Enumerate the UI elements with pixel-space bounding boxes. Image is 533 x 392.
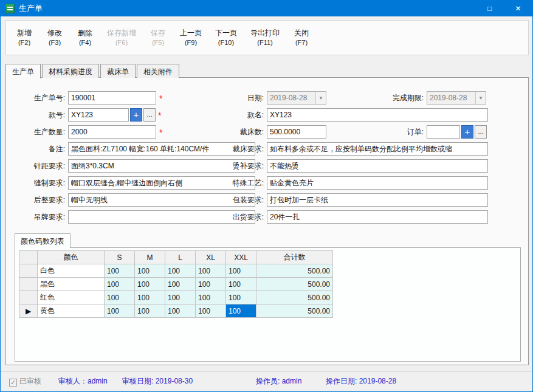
date-label: 日期: xyxy=(207,91,264,105)
operate-date-label: 操作日期: xyxy=(326,377,357,385)
style-no-lookup-button[interactable]: ... xyxy=(143,108,156,122)
tab-cutting-sheet[interactable]: 裁床单 xyxy=(100,64,136,78)
footer-divider xyxy=(1,371,532,372)
order-no-label: 生产单号: xyxy=(7,91,65,105)
cell-l[interactable]: 100 xyxy=(165,264,196,278)
cell-color[interactable]: 白色 xyxy=(38,264,105,278)
tab-attachments[interactable]: 相关附件 xyxy=(137,64,179,78)
cell-s[interactable]: 100 xyxy=(105,304,135,318)
special-craft-label: 特殊工艺: xyxy=(207,176,264,190)
toolbar: 新增 (F2) 修改 (F3) 删除 (F4) 保存新增 (F6) 保存 (F5… xyxy=(5,20,529,55)
column-header-s[interactable]: S xyxy=(105,251,135,264)
row-arrow-icon: ▶ xyxy=(26,307,31,315)
cell-color[interactable]: 红色 xyxy=(38,291,105,304)
cell-color[interactable]: 黄色 xyxy=(38,304,105,318)
cell-xxl[interactable]: 100 xyxy=(226,291,256,304)
toolbar-button-add[interactable]: 新增 (F2) xyxy=(12,26,36,50)
selected-cell-xxl[interactable]: 100 xyxy=(226,304,256,318)
table-row: 黑色 100 100 100 100 100 500.00 xyxy=(19,278,333,291)
tab-production-order[interactable]: 生产单 xyxy=(5,64,41,78)
cell-xl[interactable]: 100 xyxy=(196,264,226,278)
production-order-panel: 生产单号: * 日期: 2019-08-28 ▾ 完成期限: 2019-08-2… xyxy=(5,77,529,365)
style-name-label: 款名: xyxy=(207,108,264,122)
toolbar-button-prev-page[interactable]: 上一页 (F9) xyxy=(176,26,205,50)
cell-m[interactable]: 100 xyxy=(135,304,165,318)
toolbar-button-close[interactable]: 关闭 (F7) xyxy=(289,26,314,50)
order-lookup-button[interactable]: ... xyxy=(475,125,487,139)
iron-req-input[interactable] xyxy=(267,159,488,173)
column-header-total[interactable]: 合计数 xyxy=(256,251,333,264)
maximize-button[interactable]: □ xyxy=(475,1,504,16)
column-header-l[interactable]: L xyxy=(165,251,196,264)
cell-total[interactable]: 500.00 xyxy=(256,278,333,291)
column-header-xl[interactable]: XL xyxy=(196,251,226,264)
cell-xl[interactable]: 100 xyxy=(196,278,226,291)
cell-color[interactable]: 黑色 xyxy=(38,278,105,291)
app-icon xyxy=(5,4,15,13)
current-row-indicator[interactable]: ▶ xyxy=(19,304,38,318)
cell-xxl[interactable]: 100 xyxy=(226,264,256,278)
style-no-required-mark: * xyxy=(158,108,164,123)
row-indicator[interactable] xyxy=(19,291,38,304)
special-craft-input[interactable] xyxy=(267,176,488,190)
sew-req-label: 缝制要求: xyxy=(7,176,65,190)
cell-total[interactable]: 500.00 xyxy=(256,304,333,318)
cell-s[interactable]: 100 xyxy=(105,291,135,304)
title-bar: 生产单 □ ✕ xyxy=(1,1,532,16)
cut-req-input[interactable] xyxy=(267,142,488,156)
cell-xxl[interactable]: 100 xyxy=(226,278,256,291)
tab-color-size-list[interactable]: 颜色码数列表 xyxy=(15,233,70,248)
style-no-label: 款号: xyxy=(7,108,65,122)
cell-m[interactable]: 100 xyxy=(135,278,165,291)
row-indicator[interactable] xyxy=(19,278,38,291)
operate-date-group: 操作日期: 2019-08-28 xyxy=(326,376,396,387)
iron-req-label: 烫补要求: xyxy=(207,159,264,173)
cell-m[interactable]: 100 xyxy=(135,291,165,304)
order-label: 订单: xyxy=(366,125,424,139)
table-row: 红色 100 100 100 100 100 500.00 xyxy=(19,291,333,304)
close-button[interactable]: ✕ xyxy=(504,1,532,16)
table-row: 白色 100 100 100 100 100 500.00 xyxy=(19,264,333,278)
production-order-window: 生产单 □ ✕ 新增 (F2) 修改 (F3) 删除 (F4) 保存新增 (F6… xyxy=(0,0,533,392)
column-header-xxl[interactable]: XXL xyxy=(226,251,256,264)
ship-req-input[interactable] xyxy=(267,210,488,224)
operate-date-value: 2019-08-28 xyxy=(359,377,396,385)
style-no-input[interactable] xyxy=(68,108,129,122)
cell-total[interactable]: 500.00 xyxy=(256,291,333,304)
cell-l[interactable]: 100 xyxy=(165,278,196,291)
cell-xl[interactable]: 100 xyxy=(196,304,226,318)
cell-s[interactable]: 100 xyxy=(105,278,135,291)
audit-date-group: 审核日期: 2019-08-30 xyxy=(122,376,193,387)
deadline-label: 完成期限: xyxy=(366,91,424,105)
cell-l[interactable]: 100 xyxy=(165,291,196,304)
date-picker: 2019-08-28 ▾ xyxy=(267,91,326,105)
cell-xl[interactable]: 100 xyxy=(196,291,226,304)
pack-req-input[interactable] xyxy=(267,193,488,207)
audit-date-label: 审核日期: xyxy=(122,377,153,385)
pack-req-label: 包装要求: xyxy=(207,193,264,207)
operator-group: 操作员: admin xyxy=(256,376,301,387)
quantity-input[interactable] xyxy=(68,125,156,139)
column-header-m[interactable]: M xyxy=(135,251,165,264)
cell-total[interactable]: 500.00 xyxy=(256,264,333,278)
order-no-input[interactable] xyxy=(68,91,156,105)
order-input[interactable] xyxy=(427,125,460,139)
toolbar-button-delete[interactable]: 删除 (F4) xyxy=(73,26,97,50)
tab-material-purchase-progress[interactable]: 材料采购进度 xyxy=(42,64,99,78)
cell-m[interactable]: 100 xyxy=(135,264,165,278)
column-header-color[interactable]: 颜色 xyxy=(38,251,105,264)
toolbar-button-export-print[interactable]: 导出打印 (F11) xyxy=(247,26,283,50)
toolbar-button-edit[interactable]: 修改 (F3) xyxy=(43,26,67,50)
cut-count-input[interactable] xyxy=(267,125,326,139)
table-header-row: 颜色 S M L XL XXL 合计数 xyxy=(19,251,333,264)
deadline-value: 2019-08-28 xyxy=(427,94,475,102)
style-name-input[interactable] xyxy=(267,108,488,122)
row-indicator[interactable] xyxy=(19,264,38,278)
cell-l[interactable]: 100 xyxy=(165,304,196,318)
style-no-add-button[interactable]: + xyxy=(130,108,142,122)
cell-s[interactable]: 100 xyxy=(105,264,135,278)
toolbar-button-save-new: 保存新增 (F6) xyxy=(103,26,140,50)
order-add-button[interactable]: + xyxy=(461,125,473,139)
color-size-table: 颜色 S M L XL XXL 合计数 白色 100 100 xyxy=(19,250,333,318)
toolbar-button-next-page[interactable]: 下一页 (F10) xyxy=(211,26,241,50)
